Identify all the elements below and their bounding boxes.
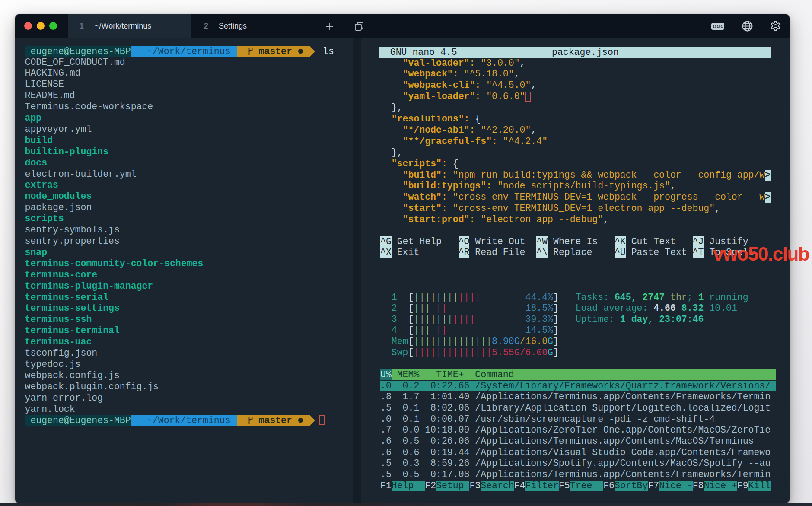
svg-text:10101: 10101: [713, 25, 723, 29]
